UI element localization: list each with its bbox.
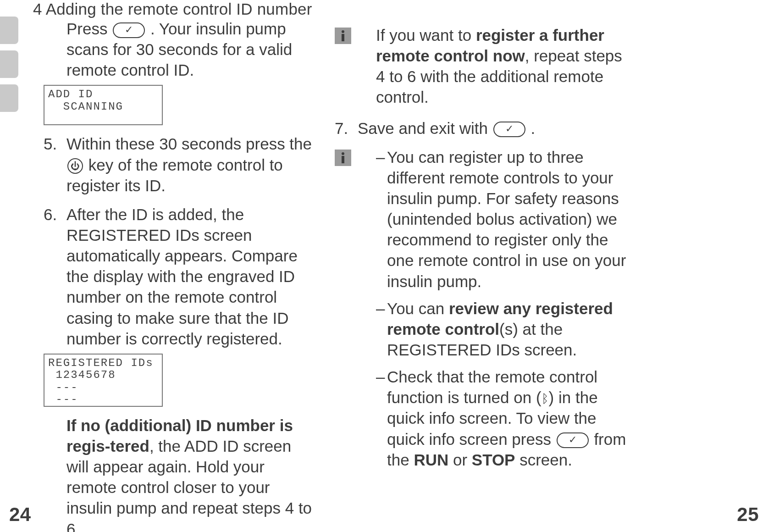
text: You can register up to three different r… [387, 148, 626, 290]
info-note-register-further: If you want to register a further remote… [353, 25, 633, 108]
power-button-icon: ⏻ [67, 158, 83, 174]
lcd-line: 12345678 [48, 369, 158, 381]
step-number: 6. [44, 204, 57, 225]
step5: 5. Within these 30 seconds press the ⏻ k… [44, 133, 314, 195]
text: or [448, 451, 472, 469]
text: Press [66, 20, 112, 38]
lcd-line: SCANNING [48, 101, 158, 113]
page-number-right: 25 [737, 504, 759, 526]
lcd-line: --- [48, 382, 158, 393]
power-icon: ⏻ [71, 161, 80, 171]
text-bold: RUN [414, 451, 448, 469]
text: Within these 30 seconds press the [66, 135, 312, 153]
bluetooth-icon: ᛒ [541, 393, 549, 405]
text: You can [387, 299, 449, 317]
ok-button-icon: ✓ [557, 432, 589, 448]
check-icon: ✓ [569, 435, 577, 445]
lcd-line: --- [48, 393, 158, 405]
ok-button-icon: ✓ [113, 22, 145, 38]
ok-button-icon: ✓ [493, 122, 525, 137]
section-heading: 4 Adding the remote control ID number [33, 0, 312, 18]
info-icon [335, 150, 351, 166]
text: Save and exit with [358, 119, 492, 137]
side-tab [0, 50, 18, 78]
step-number: 7. [335, 118, 348, 139]
step4-body: Press ✓ . Your insulin pump scans for 30… [44, 18, 314, 80]
side-tab [0, 17, 18, 44]
page-number-left: 24 [9, 504, 31, 526]
info-bullet-3: Check that the remote control function i… [353, 366, 633, 470]
lcd-screen-registered-ids: REGISTERED IDs 12345678 --- --- [44, 354, 163, 407]
text: key of the remote control to register it… [66, 156, 283, 194]
text: After the ID is added, the REGISTERED ID… [66, 205, 298, 348]
check-icon: ✓ [125, 25, 133, 35]
text: If you want to [376, 26, 476, 44]
step-number: 5. [44, 133, 57, 154]
no-registration-note: If no (additional) ID number is regis-te… [44, 415, 314, 532]
text: screen. [515, 451, 572, 469]
text-bold: STOP [472, 451, 515, 469]
lcd-line: ADD ID [48, 89, 158, 100]
text: . [531, 119, 536, 137]
check-icon: ✓ [505, 124, 514, 134]
side-tab [0, 84, 18, 112]
lcd-screen-add-id: ADD ID SCANNING [44, 85, 163, 125]
lcd-line: REGISTERED IDs [48, 357, 158, 369]
info-icon [335, 28, 351, 44]
info-bullet-1: You can register up to three different r… [353, 147, 633, 292]
info-bullet-2: You can review any registered remote con… [353, 298, 633, 360]
step6: 6. After the ID is added, the REGISTERED… [44, 204, 314, 349]
